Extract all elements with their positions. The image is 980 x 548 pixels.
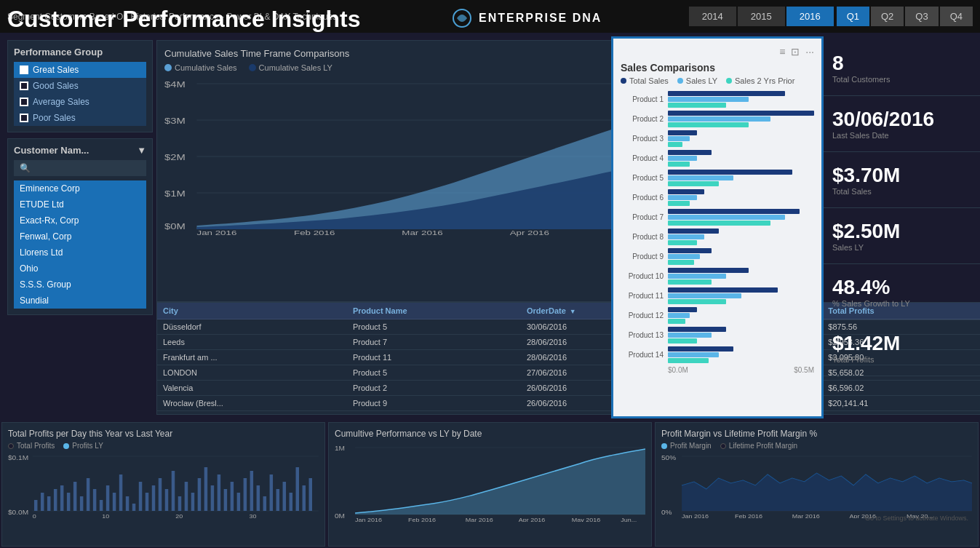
performance-group-box: Performance Group Great Sales Good Sales… — [7, 40, 153, 132]
svg-rect-25 — [60, 485, 63, 511]
bar-single — [668, 319, 685, 324]
bar-row-product-14: Product 14 — [621, 346, 814, 363]
bar-single — [668, 287, 778, 293]
svg-rect-34 — [119, 474, 122, 511]
q-tab-q1[interactable]: Q1 — [837, 7, 869, 26]
customer-title: Customer Nam... ▼ — [14, 145, 146, 156]
svg-text:Feb 2016: Feb 2016 — [408, 516, 436, 522]
bar-single — [668, 111, 814, 116]
bar-row-product-3: Product 3 — [621, 130, 814, 147]
svg-text:$3M: $3M — [164, 117, 186, 125]
legend-label-ly: Cumulative Sales LY — [259, 63, 332, 72]
sc-xaxis-05: $0.5M — [794, 366, 814, 374]
bar-group — [668, 346, 814, 363]
bar-label: Product 13 — [621, 331, 668, 339]
stat-value: 30/06/2016 — [832, 108, 971, 131]
svg-rect-51 — [231, 482, 234, 511]
q-tab-q4[interactable]: Q4 — [940, 7, 973, 26]
svg-rect-44 — [185, 482, 188, 511]
bar-row-product-5: Product 5 — [621, 170, 814, 186]
sales-comparison-panel: ≡ ⊡ ··· Sales Comparisons Total Sales Sa… — [611, 36, 824, 418]
sc-xaxis: $0.0M $0.5M — [621, 366, 814, 374]
svg-text:$0M: $0M — [164, 223, 186, 231]
bar-single — [668, 150, 712, 155]
bar-row-product-11: Product 11 — [621, 287, 814, 304]
bar-single — [668, 130, 697, 135]
customer-item-fenwal[interactable]: Fenwal, Corp — [14, 229, 146, 245]
svg-rect-59 — [283, 482, 286, 511]
svg-rect-36 — [132, 504, 135, 511]
customer-item-exactrx[interactable]: Exact-Rx, Corp — [14, 213, 146, 229]
svg-text:Jan 2016: Jan 2016 — [682, 512, 709, 518]
label-profits-ly: Profits LY — [72, 442, 103, 450]
table-row: Wroclaw (Bresl...Product 926/06/2016$35,… — [157, 396, 980, 411]
svg-text:$1M: $1M — [164, 190, 186, 198]
svg-rect-55 — [257, 485, 260, 511]
table-cell: $6,596.02 — [822, 381, 974, 396]
stat-label: Sales LY — [832, 243, 971, 252]
svg-text:Mar 2016: Mar 2016 — [466, 516, 493, 522]
stat-block-total-profits: $1.42MTotal Profits — [824, 320, 980, 376]
bar-row-product-8: Product 8 — [621, 229, 814, 245]
search-icon: 🔍 — [20, 163, 31, 173]
customer-title-label: Customer Nam... — [14, 145, 89, 156]
bar-label: Product 9 — [621, 253, 668, 261]
bar-single — [668, 279, 712, 285]
customer-names-box: Customer Nam... ▼ 🔍 Eminence Corp ETUDE … — [7, 138, 153, 315]
sc-legend-total-label: Total Sales — [629, 76, 669, 85]
q-tab-q2[interactable]: Q2 — [871, 7, 904, 26]
bar-row-product-7: Product 7 — [621, 209, 814, 226]
bar-group — [668, 111, 814, 127]
col-product-name[interactable]: Product Name — [347, 303, 521, 319]
customer-search-bar[interactable]: 🔍 — [14, 160, 146, 176]
svg-rect-60 — [290, 493, 292, 511]
bar-single — [668, 91, 785, 96]
stat-label: % Sales Growth to LY — [832, 299, 971, 308]
bar-label: Product 2 — [621, 115, 668, 123]
svg-rect-53 — [244, 478, 247, 511]
bar-row-product-12: Product 12 — [621, 307, 814, 324]
customer-item-sundial[interactable]: Sundial — [14, 293, 146, 309]
svg-rect-23 — [47, 496, 50, 511]
svg-text:$4M: $4M — [164, 81, 186, 89]
svg-text:1M: 1M — [335, 445, 345, 452]
dot-total-profits — [8, 443, 14, 449]
svg-text:Jan 2016: Jan 2016 — [355, 516, 382, 522]
bar-single — [668, 299, 726, 304]
svg-text:Mar 2016: Mar 2016 — [402, 229, 442, 236]
col-city[interactable]: City — [157, 303, 347, 319]
customer-item-etude[interactable]: ETUDE Ltd — [14, 196, 146, 213]
bar-label: Product 12 — [621, 311, 668, 319]
bar-single — [668, 234, 704, 239]
sc-more-icon[interactable]: ··· — [805, 46, 814, 57]
bar-single — [668, 162, 690, 167]
customer-item-llorens[interactable]: Llorens Ltd — [14, 245, 146, 261]
bar-single — [668, 352, 719, 357]
year-tab-2016[interactable]: 2016 — [786, 7, 834, 26]
bar-single — [668, 358, 709, 363]
bottom-chart-profits-title: Total Profits per Day this Year vs Last … — [8, 429, 319, 439]
customer-item-eminence[interactable]: Eminence Corp — [14, 180, 146, 196]
perf-item-average-sales[interactable]: Average Sales — [14, 94, 146, 110]
perf-item-good-sales[interactable]: Good Sales — [14, 78, 146, 94]
svg-rect-40 — [159, 478, 162, 511]
customer-item-ohio[interactable]: Ohio — [14, 261, 146, 277]
svg-text:Jan 2016: Jan 2016 — [197, 229, 237, 236]
customer-item-sss[interactable]: S.S.S. Group — [14, 277, 146, 293]
svg-rect-30 — [93, 489, 96, 511]
sc-topbar: ≡ ⊡ ··· — [621, 46, 814, 57]
year-tab-2015[interactable]: 2015 — [738, 7, 785, 26]
svg-rect-57 — [270, 474, 273, 511]
perf-item-great-sales[interactable]: Great Sales — [14, 62, 146, 78]
bar-group — [668, 189, 814, 206]
svg-rect-31 — [100, 500, 103, 511]
sc-menu-icon[interactable]: ≡ — [779, 46, 785, 57]
bar-group — [668, 229, 814, 245]
year-tab-2014[interactable]: 2014 — [689, 7, 736, 26]
customer-dropdown-icon[interactable]: ▼ — [137, 145, 146, 156]
bar-single — [668, 122, 749, 127]
perf-label-good-sales: Good Sales — [33, 81, 79, 91]
q-tab-q3[interactable]: Q3 — [905, 7, 938, 26]
sc-expand-icon[interactable]: ⊡ — [791, 46, 800, 57]
perf-item-poor-sales[interactable]: Poor Sales — [14, 110, 146, 126]
